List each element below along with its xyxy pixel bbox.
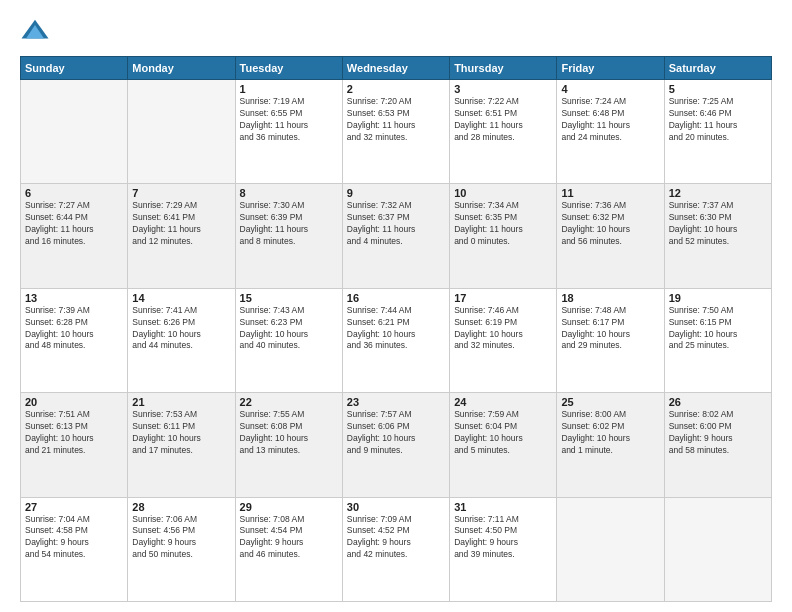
day-number: 6 bbox=[25, 187, 123, 199]
calendar-body: 1Sunrise: 7:19 AMSunset: 6:55 PMDaylight… bbox=[21, 80, 772, 602]
day-detail: Sunrise: 7:25 AMSunset: 6:46 PMDaylight:… bbox=[669, 96, 767, 144]
day-detail: Sunrise: 7:50 AMSunset: 6:15 PMDaylight:… bbox=[669, 305, 767, 353]
day-number: 14 bbox=[132, 292, 230, 304]
day-detail: Sunrise: 7:39 AMSunset: 6:28 PMDaylight:… bbox=[25, 305, 123, 353]
calendar-header: Sunday Monday Tuesday Wednesday Thursday… bbox=[21, 57, 772, 80]
calendar-cell bbox=[128, 80, 235, 184]
col-tuesday: Tuesday bbox=[235, 57, 342, 80]
col-saturday: Saturday bbox=[664, 57, 771, 80]
calendar-cell: 25Sunrise: 8:00 AMSunset: 6:02 PMDayligh… bbox=[557, 393, 664, 497]
logo-icon bbox=[20, 16, 50, 46]
col-thursday: Thursday bbox=[450, 57, 557, 80]
day-number: 5 bbox=[669, 83, 767, 95]
day-number: 4 bbox=[561, 83, 659, 95]
day-detail: Sunrise: 7:08 AMSunset: 4:54 PMDaylight:… bbox=[240, 514, 338, 562]
day-detail: Sunrise: 7:53 AMSunset: 6:11 PMDaylight:… bbox=[132, 409, 230, 457]
day-number: 9 bbox=[347, 187, 445, 199]
calendar-cell: 27Sunrise: 7:04 AMSunset: 4:58 PMDayligh… bbox=[21, 497, 128, 601]
day-detail: Sunrise: 7:30 AMSunset: 6:39 PMDaylight:… bbox=[240, 200, 338, 248]
day-detail: Sunrise: 7:19 AMSunset: 6:55 PMDaylight:… bbox=[240, 96, 338, 144]
day-detail: Sunrise: 7:48 AMSunset: 6:17 PMDaylight:… bbox=[561, 305, 659, 353]
col-sunday: Sunday bbox=[21, 57, 128, 80]
day-detail: Sunrise: 7:34 AMSunset: 6:35 PMDaylight:… bbox=[454, 200, 552, 248]
calendar-cell bbox=[557, 497, 664, 601]
calendar-cell: 28Sunrise: 7:06 AMSunset: 4:56 PMDayligh… bbox=[128, 497, 235, 601]
day-detail: Sunrise: 7:51 AMSunset: 6:13 PMDaylight:… bbox=[25, 409, 123, 457]
calendar-cell: 13Sunrise: 7:39 AMSunset: 6:28 PMDayligh… bbox=[21, 288, 128, 392]
calendar-cell: 5Sunrise: 7:25 AMSunset: 6:46 PMDaylight… bbox=[664, 80, 771, 184]
calendar-cell: 2Sunrise: 7:20 AMSunset: 6:53 PMDaylight… bbox=[342, 80, 449, 184]
day-detail: Sunrise: 7:44 AMSunset: 6:21 PMDaylight:… bbox=[347, 305, 445, 353]
day-detail: Sunrise: 7:24 AMSunset: 6:48 PMDaylight:… bbox=[561, 96, 659, 144]
day-number: 8 bbox=[240, 187, 338, 199]
calendar-cell bbox=[21, 80, 128, 184]
day-number: 12 bbox=[669, 187, 767, 199]
day-detail: Sunrise: 7:57 AMSunset: 6:06 PMDaylight:… bbox=[347, 409, 445, 457]
calendar-cell: 21Sunrise: 7:53 AMSunset: 6:11 PMDayligh… bbox=[128, 393, 235, 497]
calendar-week-3: 13Sunrise: 7:39 AMSunset: 6:28 PMDayligh… bbox=[21, 288, 772, 392]
calendar-cell: 16Sunrise: 7:44 AMSunset: 6:21 PMDayligh… bbox=[342, 288, 449, 392]
calendar-cell: 26Sunrise: 8:02 AMSunset: 6:00 PMDayligh… bbox=[664, 393, 771, 497]
day-detail: Sunrise: 7:04 AMSunset: 4:58 PMDaylight:… bbox=[25, 514, 123, 562]
calendar-week-4: 20Sunrise: 7:51 AMSunset: 6:13 PMDayligh… bbox=[21, 393, 772, 497]
day-detail: Sunrise: 7:22 AMSunset: 6:51 PMDaylight:… bbox=[454, 96, 552, 144]
calendar-cell: 6Sunrise: 7:27 AMSunset: 6:44 PMDaylight… bbox=[21, 184, 128, 288]
calendar-cell: 4Sunrise: 7:24 AMSunset: 6:48 PMDaylight… bbox=[557, 80, 664, 184]
day-number: 30 bbox=[347, 501, 445, 513]
calendar-cell: 15Sunrise: 7:43 AMSunset: 6:23 PMDayligh… bbox=[235, 288, 342, 392]
calendar-week-5: 27Sunrise: 7:04 AMSunset: 4:58 PMDayligh… bbox=[21, 497, 772, 601]
day-detail: Sunrise: 7:37 AMSunset: 6:30 PMDaylight:… bbox=[669, 200, 767, 248]
day-detail: Sunrise: 7:36 AMSunset: 6:32 PMDaylight:… bbox=[561, 200, 659, 248]
day-detail: Sunrise: 7:11 AMSunset: 4:50 PMDaylight:… bbox=[454, 514, 552, 562]
calendar-week-1: 1Sunrise: 7:19 AMSunset: 6:55 PMDaylight… bbox=[21, 80, 772, 184]
calendar-cell: 24Sunrise: 7:59 AMSunset: 6:04 PMDayligh… bbox=[450, 393, 557, 497]
day-number: 17 bbox=[454, 292, 552, 304]
day-detail: Sunrise: 7:55 AMSunset: 6:08 PMDaylight:… bbox=[240, 409, 338, 457]
calendar-table: Sunday Monday Tuesday Wednesday Thursday… bbox=[20, 56, 772, 602]
day-number: 31 bbox=[454, 501, 552, 513]
calendar-cell: 31Sunrise: 7:11 AMSunset: 4:50 PMDayligh… bbox=[450, 497, 557, 601]
day-detail: Sunrise: 7:29 AMSunset: 6:41 PMDaylight:… bbox=[132, 200, 230, 248]
calendar-cell: 22Sunrise: 7:55 AMSunset: 6:08 PMDayligh… bbox=[235, 393, 342, 497]
calendar-cell: 11Sunrise: 7:36 AMSunset: 6:32 PMDayligh… bbox=[557, 184, 664, 288]
page: Sunday Monday Tuesday Wednesday Thursday… bbox=[0, 0, 792, 612]
logo bbox=[20, 16, 54, 46]
day-number: 22 bbox=[240, 396, 338, 408]
day-number: 1 bbox=[240, 83, 338, 95]
day-number: 25 bbox=[561, 396, 659, 408]
calendar-cell bbox=[664, 497, 771, 601]
day-number: 2 bbox=[347, 83, 445, 95]
col-monday: Monday bbox=[128, 57, 235, 80]
day-detail: Sunrise: 7:06 AMSunset: 4:56 PMDaylight:… bbox=[132, 514, 230, 562]
day-number: 24 bbox=[454, 396, 552, 408]
day-number: 27 bbox=[25, 501, 123, 513]
calendar-cell: 30Sunrise: 7:09 AMSunset: 4:52 PMDayligh… bbox=[342, 497, 449, 601]
day-number: 26 bbox=[669, 396, 767, 408]
day-number: 16 bbox=[347, 292, 445, 304]
calendar-cell: 12Sunrise: 7:37 AMSunset: 6:30 PMDayligh… bbox=[664, 184, 771, 288]
calendar-cell: 29Sunrise: 7:08 AMSunset: 4:54 PMDayligh… bbox=[235, 497, 342, 601]
day-number: 19 bbox=[669, 292, 767, 304]
calendar-cell: 10Sunrise: 7:34 AMSunset: 6:35 PMDayligh… bbox=[450, 184, 557, 288]
day-number: 28 bbox=[132, 501, 230, 513]
day-detail: Sunrise: 8:02 AMSunset: 6:00 PMDaylight:… bbox=[669, 409, 767, 457]
day-detail: Sunrise: 7:27 AMSunset: 6:44 PMDaylight:… bbox=[25, 200, 123, 248]
day-number: 15 bbox=[240, 292, 338, 304]
calendar-cell: 14Sunrise: 7:41 AMSunset: 6:26 PMDayligh… bbox=[128, 288, 235, 392]
header-row: Sunday Monday Tuesday Wednesday Thursday… bbox=[21, 57, 772, 80]
calendar-cell: 1Sunrise: 7:19 AMSunset: 6:55 PMDaylight… bbox=[235, 80, 342, 184]
day-detail: Sunrise: 7:43 AMSunset: 6:23 PMDaylight:… bbox=[240, 305, 338, 353]
col-friday: Friday bbox=[557, 57, 664, 80]
calendar-cell: 23Sunrise: 7:57 AMSunset: 6:06 PMDayligh… bbox=[342, 393, 449, 497]
calendar-cell: 7Sunrise: 7:29 AMSunset: 6:41 PMDaylight… bbox=[128, 184, 235, 288]
calendar-cell: 3Sunrise: 7:22 AMSunset: 6:51 PMDaylight… bbox=[450, 80, 557, 184]
calendar-cell: 18Sunrise: 7:48 AMSunset: 6:17 PMDayligh… bbox=[557, 288, 664, 392]
day-number: 21 bbox=[132, 396, 230, 408]
day-number: 10 bbox=[454, 187, 552, 199]
day-number: 7 bbox=[132, 187, 230, 199]
day-number: 20 bbox=[25, 396, 123, 408]
day-number: 29 bbox=[240, 501, 338, 513]
calendar-cell: 19Sunrise: 7:50 AMSunset: 6:15 PMDayligh… bbox=[664, 288, 771, 392]
col-wednesday: Wednesday bbox=[342, 57, 449, 80]
day-detail: Sunrise: 7:41 AMSunset: 6:26 PMDaylight:… bbox=[132, 305, 230, 353]
